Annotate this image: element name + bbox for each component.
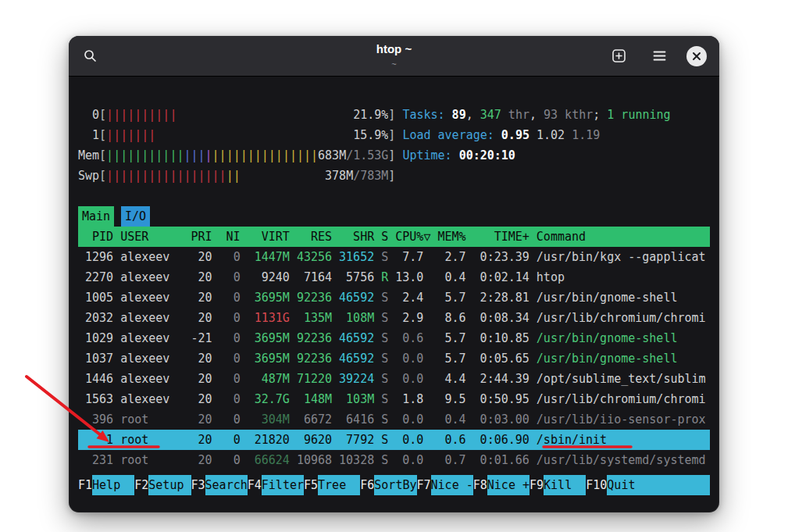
stat-uptime: Uptime: 00:20:10 (402, 145, 670, 166)
fbar-filler (650, 475, 710, 495)
new-tab-icon (612, 49, 626, 62)
hamburger-icon (653, 50, 666, 62)
menu-button[interactable] (646, 43, 672, 70)
window-title-block: htop ~ ~ (376, 41, 412, 70)
fbutton-F2[interactable]: Setup (148, 475, 191, 495)
column-header-res[interactable]: RES (290, 227, 332, 247)
process-list: 1296alexeev2001447M4325631652S7.72.70:23… (78, 247, 710, 470)
tab-main[interactable]: Main (78, 206, 114, 227)
process-row-pid-1296[interactable]: 1296alexeev2001447M4325631652S7.72.70:23… (78, 247, 710, 267)
process-row-pid-2270[interactable]: 2270alexeev200924071645756R13.00.40:02.1… (78, 267, 710, 287)
process-row-pid-2032[interactable]: 2032alexeev2001131G135M108MS2.98.60:08.3… (78, 308, 710, 328)
fkey-F5: F5 (304, 475, 318, 495)
terminal-screen: 0[||||||||||21.9%] 1[|||||||15.9%]Mem[||… (69, 77, 719, 512)
fkey-F8: F8 (473, 475, 487, 495)
meter-cpu0: 0[||||||||||21.9%] (78, 105, 395, 125)
column-header-ni[interactable]: NI (212, 227, 241, 247)
process-row-pid-1446[interactable]: 1446alexeev200487M7122039224S0.04.42:44.… (78, 369, 710, 389)
fkey-F6: F6 (360, 475, 374, 495)
stat-tasks: Tasks: 89, 347 thr, 93 kthr; 1 running (402, 105, 670, 125)
fbutton-F10[interactable]: Quit (607, 475, 649, 495)
window-subtitle: ~ (376, 59, 412, 70)
fbutton-F4[interactable]: Filter (262, 475, 304, 495)
stat-load: Load average: 0.95 1.02 1.19 (402, 125, 670, 145)
close-button[interactable] (686, 46, 707, 66)
meter-swp: Swp[|||||||||||||||||||378M/783M] (78, 166, 395, 186)
blank-line (78, 186, 710, 206)
column-header-user[interactable]: USER (113, 227, 184, 247)
meter-cpu1: 1[|||||||15.9%] (78, 125, 395, 145)
column-header-time[interactable]: TIME+ (466, 227, 529, 247)
fkey-F2: F2 (134, 475, 148, 495)
process-row-pid-396[interactable]: 396root200304M66726416S0.00.40:03.00/usr… (78, 409, 710, 430)
process-row-pid-1037[interactable]: 1037alexeev2003695M9223646592S0.05.70:05… (78, 348, 710, 369)
fkey-F7: F7 (417, 475, 431, 495)
column-header-pid[interactable]: PID (78, 227, 113, 247)
htop-monitor: 0[||||||||||21.9%] 1[|||||||15.9%]Mem[||… (78, 105, 710, 186)
search-button[interactable] (77, 43, 103, 70)
screen-tabs: Main I/O (78, 206, 710, 227)
column-header-mem[interactable]: MEM% (430, 227, 465, 247)
meters: 0[||||||||||21.9%] 1[|||||||15.9%]Mem[||… (78, 105, 395, 186)
terminal-window: htop ~ ~ (69, 36, 719, 512)
column-header-s[interactable]: S (374, 227, 388, 247)
table-header: PIDUSERPRINIVIRTRESSHRSCPU%▽MEM%TIME+Com… (78, 227, 710, 247)
fkey-F4: F4 (248, 475, 262, 495)
window-title: htop ~ (376, 41, 412, 57)
fbutton-F9[interactable]: Kill (544, 475, 586, 495)
column-header-virt[interactable]: VIRT (241, 227, 290, 247)
fkey-F10: F10 (586, 475, 607, 495)
process-row-pid-1563[interactable]: 1563alexeev20032.7G148M103MS1.89.50:50.9… (78, 389, 710, 409)
stats: Tasks: 89, 347 thr, 93 kthr; 1 runningLo… (402, 105, 670, 186)
new-tab-button[interactable] (605, 43, 632, 70)
tab-io[interactable]: I/O (121, 206, 150, 227)
search-icon (84, 49, 97, 62)
fkey-F9: F9 (529, 475, 544, 495)
process-row-pid-1[interactable]: 1root2002182096207792S0.00.60:06.90/sbin… (78, 430, 710, 450)
column-header-pri[interactable]: PRI (184, 227, 212, 247)
fbutton-F1[interactable]: Help (92, 475, 134, 495)
process-row-pid-1005[interactable]: 1005alexeev2003695M9223646592S2.45.72:28… (78, 287, 710, 308)
process-row-pid-231[interactable]: 231root200666241096810328S0.00.70:01.66/… (78, 450, 710, 470)
column-header-shr[interactable]: SHR (332, 227, 374, 247)
process-row-pid-1029[interactable]: 1029alexeev-2103695M9223646592S0.65.70:1… (78, 328, 710, 348)
close-icon (693, 52, 701, 60)
headerbar-controls (605, 43, 711, 70)
meter-mem: Mem[||||||||||||||||||||||||||||||683M/1… (78, 145, 395, 166)
fkey-F3: F3 (191, 475, 205, 495)
fbutton-F5[interactable]: Tree (318, 475, 360, 495)
fbutton-F7[interactable]: Nice - (431, 475, 473, 495)
function-key-bar: F1Help F2Setup F3SearchF4FilterF5Tree F6… (78, 475, 710, 495)
fbutton-F8[interactable]: Nice + (487, 475, 529, 495)
fbutton-F3[interactable]: Search (205, 475, 248, 495)
column-header-cpu[interactable]: CPU%▽ (388, 227, 430, 247)
column-header-cmd[interactable]: Command (529, 227, 710, 247)
fbutton-F6[interactable]: SortBy (374, 475, 416, 495)
fkey-F1: F1 (78, 475, 92, 495)
headerbar[interactable]: htop ~ ~ (69, 36, 719, 77)
